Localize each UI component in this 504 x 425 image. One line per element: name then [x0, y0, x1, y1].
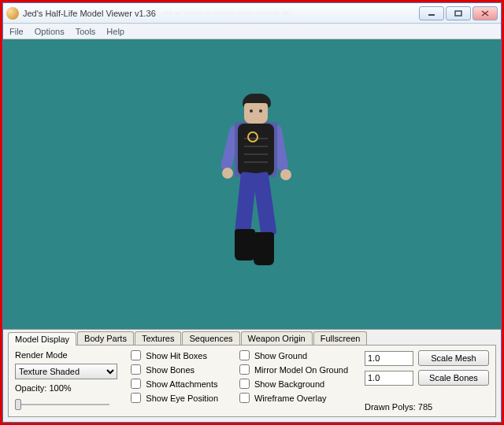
model-character — [213, 94, 307, 298]
opacity-slider[interactable] — [15, 397, 109, 411]
tab-model-display[interactable]: Model Display — [8, 332, 76, 346]
label-attachments: Show Attachments — [146, 379, 217, 389]
window-title: Jed's Half-Life Model Viewer v1.36 — [23, 9, 156, 18]
menu-file[interactable]: File — [9, 27, 24, 36]
render-mode-select[interactable]: Texture Shaded — [15, 364, 117, 379]
label-mirror: Mirror Model On Ground — [254, 365, 348, 375]
tab-weapon-origin[interactable]: Weapon Origin — [241, 331, 313, 345]
close-button[interactable] — [472, 6, 498, 20]
menu-help[interactable]: Help — [106, 27, 124, 36]
app-icon — [6, 7, 19, 20]
check-attachments[interactable] — [131, 379, 141, 389]
label-ground: Show Ground — [254, 351, 307, 360]
control-panel: Model Display Body Parts Textures Sequen… — [3, 329, 501, 422]
maximize-button[interactable] — [446, 6, 471, 20]
check-hit-boxes[interactable] — [131, 350, 141, 360]
tab-body-parts[interactable]: Body Parts — [77, 331, 134, 345]
app-window: Jed's Half-Life Model Viewer v1.36 ··· ·… — [2, 2, 502, 423]
check-bones[interactable] — [131, 364, 141, 375]
menu-options[interactable]: Options — [35, 27, 65, 36]
scale-bones-button[interactable]: Scale Bones — [418, 370, 489, 386]
tab-textures[interactable]: Textures — [135, 331, 182, 345]
drawn-polys-status: Drawn Polys: 785 — [365, 402, 489, 412]
menu-tools[interactable]: Tools — [76, 27, 96, 36]
titlebar-obscured-text: ··· ·· ······ ·· ······· ····· ········ … — [164, 9, 291, 17]
scale-bones-input[interactable] — [365, 371, 413, 386]
menubar: File Options Tools Help — [3, 24, 501, 39]
label-wireframe: Wireframe Overlay — [254, 394, 327, 403]
scale-mesh-button[interactable]: Scale Mesh — [418, 350, 489, 366]
svg-rect-1 — [455, 11, 461, 16]
check-mirror[interactable] — [239, 364, 250, 375]
scale-mesh-input[interactable] — [365, 351, 413, 366]
label-bones: Show Bones — [146, 365, 195, 375]
label-hit-boxes: Show Hit Boxes — [146, 351, 207, 360]
minimize-button[interactable] — [419, 6, 444, 20]
check-background[interactable] — [239, 379, 250, 389]
titlebar[interactable]: Jed's Half-Life Model Viewer v1.36 ··· ·… — [3, 3, 501, 24]
viewport-3d[interactable] — [3, 39, 501, 329]
label-background: Show Background — [254, 379, 324, 389]
check-eye-position[interactable] — [131, 393, 141, 403]
label-eye-position: Show Eye Position — [146, 394, 218, 403]
tab-strip: Model Display Body Parts Textures Sequen… — [3, 330, 501, 345]
render-mode-label: Render Mode — [15, 350, 123, 360]
tab-fullscreen[interactable]: Fullscreen — [313, 331, 368, 345]
opacity-label: Opacity: 100% — [15, 383, 123, 393]
check-ground[interactable] — [239, 350, 250, 360]
check-wireframe[interactable] — [239, 393, 250, 403]
tab-sequences[interactable]: Sequences — [182, 331, 239, 345]
tab-body: Render Mode Texture Shaded Opacity: 100%… — [8, 345, 496, 417]
